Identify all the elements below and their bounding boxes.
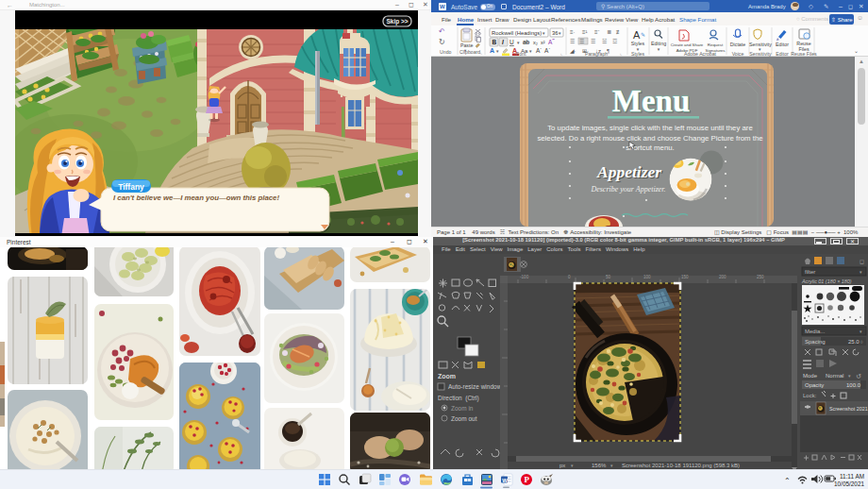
svg-text:px: px bbox=[559, 463, 565, 468]
svg-text:Rockwell (Headings): Rockwell (Headings) bbox=[492, 30, 542, 36]
svg-text:I can't believe we—I mean you—: I can't believe we—I mean you—own this p… bbox=[113, 194, 279, 202]
svg-text:▾: ▾ bbox=[529, 48, 532, 54]
svg-text:⌞: ⌞ bbox=[560, 50, 563, 56]
svg-text:Spacing: Spacing bbox=[805, 339, 826, 345]
svg-text:Skip >>: Skip >> bbox=[386, 18, 408, 25]
svg-text:A: A bbox=[633, 29, 641, 41]
svg-text:Reuse Files: Reuse Files bbox=[791, 51, 817, 57]
svg-text:⌄: ⌄ bbox=[854, 48, 859, 54]
svg-text:Voice: Voice bbox=[732, 51, 744, 57]
svg-text:Create and Share: Create and Share bbox=[671, 42, 704, 47]
svg-text:Describe your Appetizer.: Describe your Appetizer. bbox=[590, 185, 665, 194]
svg-text:0: 0 bbox=[568, 275, 571, 279]
svg-text:Undo: Undo bbox=[440, 49, 452, 55]
svg-text:☰: ☰ bbox=[570, 39, 575, 44]
svg-text:Sensitivity: Sensitivity bbox=[749, 51, 772, 57]
svg-text:I: I bbox=[502, 39, 504, 45]
svg-text:100.0: 100.0 bbox=[846, 382, 861, 388]
svg-text:Paste: Paste bbox=[460, 42, 473, 48]
svg-text:Mode: Mode bbox=[803, 373, 818, 379]
svg-text:Acrylic 01 (180 × 180): Acrylic 01 (180 × 180) bbox=[801, 278, 852, 284]
svg-text:≡·: ≡· bbox=[570, 29, 576, 35]
svg-text:☱: ☱ bbox=[602, 39, 607, 44]
svg-text:Zoom: Zoom bbox=[438, 373, 456, 379]
svg-text:150: 150 bbox=[681, 275, 689, 279]
svg-text:-100: -100 bbox=[520, 275, 529, 279]
svg-text:Tiffany: Tiffany bbox=[118, 182, 144, 192]
svg-text:Font: Font bbox=[516, 51, 526, 57]
svg-text:≣: ≣ bbox=[607, 29, 611, 35]
svg-text:≡¹: ≡¹ bbox=[582, 29, 588, 35]
svg-text:25.0: 25.0 bbox=[848, 339, 860, 345]
svg-text:A˝: A˝ bbox=[548, 39, 555, 45]
svg-text:Appetizer: Appetizer bbox=[596, 162, 661, 181]
svg-text:☰: ☰ bbox=[579, 39, 584, 44]
svg-text:☲: ☲ bbox=[612, 39, 617, 44]
svg-text:B: B bbox=[492, 39, 497, 45]
svg-text:P: P bbox=[524, 475, 529, 484]
svg-text:Clipboard: Clipboard bbox=[459, 49, 480, 55]
svg-text:Lock:: Lock: bbox=[803, 393, 817, 398]
svg-text:ab: ab bbox=[523, 39, 530, 45]
svg-text:⌞: ⌞ bbox=[620, 50, 623, 56]
svg-text:A`: A` bbox=[544, 47, 551, 54]
svg-text:Zoom in: Zoom in bbox=[451, 405, 474, 412]
svg-text:▾: ▾ bbox=[517, 40, 520, 45]
svg-text:Zoom out: Zoom out bbox=[451, 415, 477, 422]
svg-text:✎: ✎ bbox=[641, 32, 645, 38]
svg-text:↶: ↶ bbox=[438, 27, 445, 36]
svg-text:▾: ▾ bbox=[658, 46, 660, 52]
svg-text:50: 50 bbox=[606, 275, 611, 279]
svg-text:Paragraph: Paragraph bbox=[585, 51, 608, 57]
svg-text:100: 100 bbox=[643, 275, 651, 279]
svg-text:Auto-resize window: Auto-resize window bbox=[448, 383, 502, 390]
svg-text:x₂: x₂ bbox=[533, 40, 538, 45]
svg-text:Opacity: Opacity bbox=[805, 382, 824, 388]
svg-text:200: 200 bbox=[719, 275, 726, 279]
svg-text:Editor: Editor bbox=[776, 42, 789, 47]
svg-text:Direction (Ctrl): Direction (Ctrl) bbox=[438, 395, 479, 402]
svg-text:Styles: Styles bbox=[631, 51, 645, 57]
svg-text:◻: ◻ bbox=[860, 259, 864, 264]
svg-text:↻: ↻ bbox=[439, 38, 445, 46]
svg-text:Menu: Menu bbox=[612, 84, 691, 118]
svg-text:↺: ↺ bbox=[856, 373, 861, 379]
svg-text:A: A bbox=[490, 47, 494, 54]
svg-text:≢: ≢ bbox=[616, 29, 622, 35]
svg-text:U: U bbox=[509, 39, 514, 45]
svg-text:Normal: Normal bbox=[826, 373, 843, 379]
svg-text:Screenshot 2021: Screenshot 2021 bbox=[829, 406, 868, 412]
svg-text:☰: ☰ bbox=[591, 39, 595, 44]
svg-text:x²: x² bbox=[541, 40, 545, 45]
svg-text:156%: 156% bbox=[592, 463, 607, 468]
svg-text:10/05/2021: 10/05/2021 bbox=[834, 481, 864, 487]
svg-text:Media...: Media... bbox=[805, 329, 826, 334]
svg-text:36: 36 bbox=[552, 30, 558, 36]
svg-text:◢·: ◢· bbox=[570, 48, 576, 54]
svg-text:selected. Do a right mouse cl: selected. Do a right mouse click and cho… bbox=[537, 134, 762, 143]
svg-text:W: W bbox=[502, 478, 508, 483]
svg-text:To update images, single click: To update images, single click with the … bbox=[547, 124, 753, 132]
svg-text:Dictate: Dictate bbox=[730, 42, 746, 47]
svg-text:Screenshot 2021-10-18 191120.p: Screenshot 2021-10-18 191120.png (598.3 … bbox=[622, 463, 740, 468]
svg-text:250: 250 bbox=[757, 275, 764, 279]
svg-text:▾: ▾ bbox=[496, 48, 499, 54]
svg-text:Editor: Editor bbox=[776, 51, 789, 57]
svg-text:Adobe Acrobat: Adobe Acrobat bbox=[684, 51, 717, 57]
svg-text:≡ˉ: ≡ˉ bbox=[594, 29, 600, 35]
svg-text:11:11 AM: 11:11 AM bbox=[840, 473, 864, 480]
svg-text:⌞: ⌞ bbox=[480, 49, 483, 55]
svg-text:⌃: ⌃ bbox=[784, 477, 791, 485]
svg-text:filter: filter bbox=[805, 269, 815, 275]
svg-text:A´: A´ bbox=[536, 47, 542, 54]
svg-text:Request: Request bbox=[708, 42, 724, 47]
